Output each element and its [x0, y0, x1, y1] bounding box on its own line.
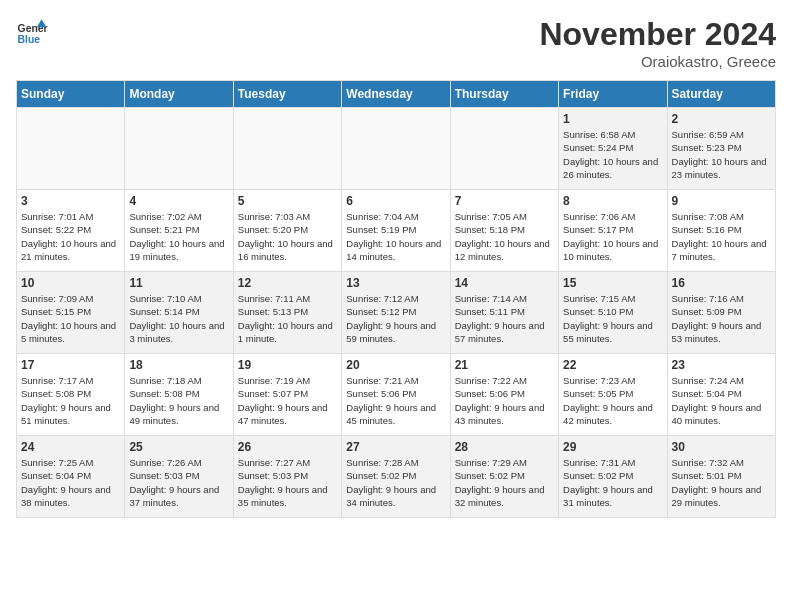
week-row-1: 1Sunrise: 6:58 AM Sunset: 5:24 PM Daylig…	[17, 108, 776, 190]
title-block: November 2024 Oraiokastro, Greece	[539, 16, 776, 70]
day-info: Sunrise: 7:03 AM Sunset: 5:20 PM Dayligh…	[238, 210, 337, 263]
header-sunday: Sunday	[17, 81, 125, 108]
day-info: Sunrise: 7:01 AM Sunset: 5:22 PM Dayligh…	[21, 210, 120, 263]
day-info: Sunrise: 7:27 AM Sunset: 5:03 PM Dayligh…	[238, 456, 337, 509]
calendar-cell: 30Sunrise: 7:32 AM Sunset: 5:01 PM Dayli…	[667, 436, 775, 518]
day-number: 11	[129, 276, 228, 290]
day-number: 20	[346, 358, 445, 372]
calendar-cell	[233, 108, 341, 190]
day-info: Sunrise: 7:02 AM Sunset: 5:21 PM Dayligh…	[129, 210, 228, 263]
calendar-cell: 28Sunrise: 7:29 AM Sunset: 5:02 PM Dayli…	[450, 436, 558, 518]
calendar-cell: 25Sunrise: 7:26 AM Sunset: 5:03 PM Dayli…	[125, 436, 233, 518]
calendar-cell	[342, 108, 450, 190]
day-number: 6	[346, 194, 445, 208]
logo: General Blue	[16, 16, 48, 48]
calendar-cell: 19Sunrise: 7:19 AM Sunset: 5:07 PM Dayli…	[233, 354, 341, 436]
day-info: Sunrise: 7:19 AM Sunset: 5:07 PM Dayligh…	[238, 374, 337, 427]
day-number: 2	[672, 112, 771, 126]
day-number: 3	[21, 194, 120, 208]
month-title: November 2024	[539, 16, 776, 53]
day-number: 30	[672, 440, 771, 454]
day-number: 15	[563, 276, 662, 290]
header-tuesday: Tuesday	[233, 81, 341, 108]
calendar-cell: 26Sunrise: 7:27 AM Sunset: 5:03 PM Dayli…	[233, 436, 341, 518]
page-header: General Blue November 2024 Oraiokastro, …	[16, 16, 776, 70]
calendar-cell: 21Sunrise: 7:22 AM Sunset: 5:06 PM Dayli…	[450, 354, 558, 436]
header-thursday: Thursday	[450, 81, 558, 108]
day-number: 9	[672, 194, 771, 208]
day-info: Sunrise: 7:15 AM Sunset: 5:10 PM Dayligh…	[563, 292, 662, 345]
calendar-header-row: SundayMondayTuesdayWednesdayThursdayFrid…	[17, 81, 776, 108]
day-info: Sunrise: 7:32 AM Sunset: 5:01 PM Dayligh…	[672, 456, 771, 509]
calendar-cell: 27Sunrise: 7:28 AM Sunset: 5:02 PM Dayli…	[342, 436, 450, 518]
location-subtitle: Oraiokastro, Greece	[539, 53, 776, 70]
day-number: 14	[455, 276, 554, 290]
day-info: Sunrise: 7:21 AM Sunset: 5:06 PM Dayligh…	[346, 374, 445, 427]
calendar-cell: 8Sunrise: 7:06 AM Sunset: 5:17 PM Daylig…	[559, 190, 667, 272]
svg-text:Blue: Blue	[18, 34, 41, 45]
logo-icon: General Blue	[16, 16, 48, 48]
calendar-cell: 4Sunrise: 7:02 AM Sunset: 5:21 PM Daylig…	[125, 190, 233, 272]
day-info: Sunrise: 7:26 AM Sunset: 5:03 PM Dayligh…	[129, 456, 228, 509]
day-info: Sunrise: 7:10 AM Sunset: 5:14 PM Dayligh…	[129, 292, 228, 345]
calendar-cell: 20Sunrise: 7:21 AM Sunset: 5:06 PM Dayli…	[342, 354, 450, 436]
day-number: 23	[672, 358, 771, 372]
day-number: 28	[455, 440, 554, 454]
day-info: Sunrise: 6:58 AM Sunset: 5:24 PM Dayligh…	[563, 128, 662, 181]
day-info: Sunrise: 7:06 AM Sunset: 5:17 PM Dayligh…	[563, 210, 662, 263]
day-number: 4	[129, 194, 228, 208]
day-info: Sunrise: 6:59 AM Sunset: 5:23 PM Dayligh…	[672, 128, 771, 181]
header-friday: Friday	[559, 81, 667, 108]
header-saturday: Saturday	[667, 81, 775, 108]
day-info: Sunrise: 7:31 AM Sunset: 5:02 PM Dayligh…	[563, 456, 662, 509]
week-row-3: 10Sunrise: 7:09 AM Sunset: 5:15 PM Dayli…	[17, 272, 776, 354]
calendar-cell: 10Sunrise: 7:09 AM Sunset: 5:15 PM Dayli…	[17, 272, 125, 354]
week-row-4: 17Sunrise: 7:17 AM Sunset: 5:08 PM Dayli…	[17, 354, 776, 436]
calendar-cell: 11Sunrise: 7:10 AM Sunset: 5:14 PM Dayli…	[125, 272, 233, 354]
header-wednesday: Wednesday	[342, 81, 450, 108]
calendar-cell: 9Sunrise: 7:08 AM Sunset: 5:16 PM Daylig…	[667, 190, 775, 272]
calendar-cell: 16Sunrise: 7:16 AM Sunset: 5:09 PM Dayli…	[667, 272, 775, 354]
calendar-cell: 13Sunrise: 7:12 AM Sunset: 5:12 PM Dayli…	[342, 272, 450, 354]
day-info: Sunrise: 7:17 AM Sunset: 5:08 PM Dayligh…	[21, 374, 120, 427]
calendar-cell: 23Sunrise: 7:24 AM Sunset: 5:04 PM Dayli…	[667, 354, 775, 436]
calendar-cell: 15Sunrise: 7:15 AM Sunset: 5:10 PM Dayli…	[559, 272, 667, 354]
calendar-cell	[17, 108, 125, 190]
calendar-cell: 18Sunrise: 7:18 AM Sunset: 5:08 PM Dayli…	[125, 354, 233, 436]
calendar-cell: 6Sunrise: 7:04 AM Sunset: 5:19 PM Daylig…	[342, 190, 450, 272]
calendar-cell: 22Sunrise: 7:23 AM Sunset: 5:05 PM Dayli…	[559, 354, 667, 436]
calendar-cell: 5Sunrise: 7:03 AM Sunset: 5:20 PM Daylig…	[233, 190, 341, 272]
day-info: Sunrise: 7:05 AM Sunset: 5:18 PM Dayligh…	[455, 210, 554, 263]
calendar-cell: 29Sunrise: 7:31 AM Sunset: 5:02 PM Dayli…	[559, 436, 667, 518]
day-info: Sunrise: 7:18 AM Sunset: 5:08 PM Dayligh…	[129, 374, 228, 427]
day-number: 7	[455, 194, 554, 208]
calendar-cell: 12Sunrise: 7:11 AM Sunset: 5:13 PM Dayli…	[233, 272, 341, 354]
day-number: 25	[129, 440, 228, 454]
day-info: Sunrise: 7:14 AM Sunset: 5:11 PM Dayligh…	[455, 292, 554, 345]
day-number: 13	[346, 276, 445, 290]
day-number: 1	[563, 112, 662, 126]
day-info: Sunrise: 7:25 AM Sunset: 5:04 PM Dayligh…	[21, 456, 120, 509]
week-row-2: 3Sunrise: 7:01 AM Sunset: 5:22 PM Daylig…	[17, 190, 776, 272]
day-number: 26	[238, 440, 337, 454]
day-number: 29	[563, 440, 662, 454]
day-number: 5	[238, 194, 337, 208]
calendar-cell: 2Sunrise: 6:59 AM Sunset: 5:23 PM Daylig…	[667, 108, 775, 190]
calendar-cell: 1Sunrise: 6:58 AM Sunset: 5:24 PM Daylig…	[559, 108, 667, 190]
day-number: 21	[455, 358, 554, 372]
day-info: Sunrise: 7:16 AM Sunset: 5:09 PM Dayligh…	[672, 292, 771, 345]
day-info: Sunrise: 7:22 AM Sunset: 5:06 PM Dayligh…	[455, 374, 554, 427]
day-number: 24	[21, 440, 120, 454]
day-info: Sunrise: 7:28 AM Sunset: 5:02 PM Dayligh…	[346, 456, 445, 509]
header-monday: Monday	[125, 81, 233, 108]
day-info: Sunrise: 7:11 AM Sunset: 5:13 PM Dayligh…	[238, 292, 337, 345]
calendar-cell: 3Sunrise: 7:01 AM Sunset: 5:22 PM Daylig…	[17, 190, 125, 272]
calendar-table: SundayMondayTuesdayWednesdayThursdayFrid…	[16, 80, 776, 518]
calendar-cell	[125, 108, 233, 190]
day-info: Sunrise: 7:29 AM Sunset: 5:02 PM Dayligh…	[455, 456, 554, 509]
day-number: 16	[672, 276, 771, 290]
day-info: Sunrise: 7:12 AM Sunset: 5:12 PM Dayligh…	[346, 292, 445, 345]
day-info: Sunrise: 7:24 AM Sunset: 5:04 PM Dayligh…	[672, 374, 771, 427]
week-row-5: 24Sunrise: 7:25 AM Sunset: 5:04 PM Dayli…	[17, 436, 776, 518]
day-info: Sunrise: 7:09 AM Sunset: 5:15 PM Dayligh…	[21, 292, 120, 345]
